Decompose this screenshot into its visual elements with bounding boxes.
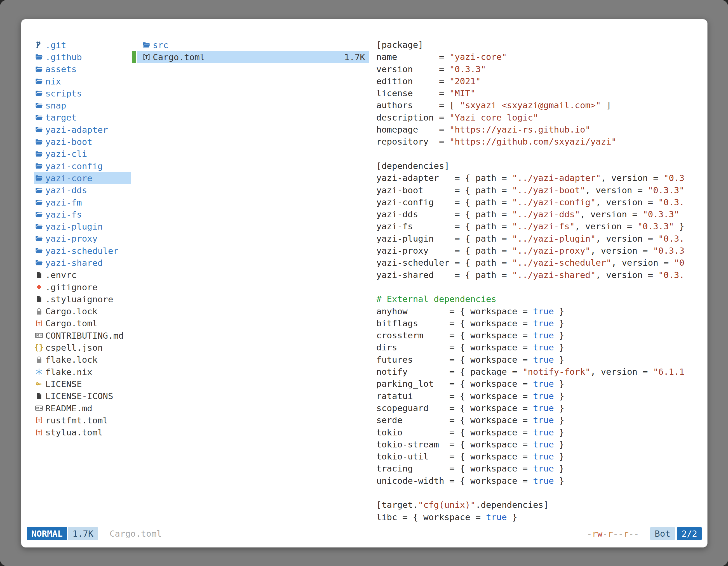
file-row-scripts[interactable]: scripts xyxy=(34,87,131,99)
preview-line: crossterm = { workspace = true } xyxy=(376,329,702,341)
file-name: LICENSE-ICONS xyxy=(45,391,113,401)
file-row-envrc[interactable]: .envrc xyxy=(34,269,131,281)
preview-line: name = "yazi-core" xyxy=(376,51,702,63)
file-name: .git xyxy=(45,40,66,50)
folder-icon xyxy=(34,235,44,243)
file-row-cargo-toml[interactable]: Cargo.toml xyxy=(34,317,131,329)
braces-icon: {} xyxy=(34,344,44,351)
file-row-src[interactable]: src xyxy=(132,39,369,51)
toml-icon xyxy=(34,428,44,436)
folder-icon xyxy=(34,138,44,146)
file-row-yazi-core[interactable]: yazi-core xyxy=(34,172,131,184)
file-row-assets[interactable]: assets xyxy=(34,63,131,75)
file-name: target xyxy=(45,112,77,123)
preview-line: serde = { workspace = true } xyxy=(376,414,702,426)
file-name: yazi-fs xyxy=(45,210,82,220)
preview-line: authors = [ "sxyazi <sxyazi@gmail.com>" … xyxy=(376,99,702,111)
file-row-cargo-lock[interactable]: Cargo.lock xyxy=(34,305,131,317)
file-size-indicator: 1.7K xyxy=(68,527,98,540)
file-row-body: src xyxy=(137,39,369,51)
preview-line: [target."cfg(unix)".dependencies] xyxy=(376,499,702,511)
selection-marker xyxy=(132,51,136,63)
file-row-cargo-toml[interactable]: Cargo.toml1.7K xyxy=(132,51,369,63)
mode-indicator: NORMAL xyxy=(27,527,67,540)
preview-line: parking_lot = { workspace = true } xyxy=(376,378,702,390)
preview-line: yazi-adapter = { path = "../yazi-adapter… xyxy=(376,172,702,184)
file-name: yazi-boot xyxy=(45,137,92,147)
preview-line: edition = "2021" xyxy=(376,75,702,87)
preview-line: yazi-shared = { path = "../yazi-shared",… xyxy=(376,269,702,281)
file-name: yazi-scheduler xyxy=(45,246,118,256)
file-name: stylua.toml xyxy=(45,427,103,437)
toml-icon xyxy=(34,319,44,327)
file-row-git[interactable]: .git xyxy=(34,39,131,51)
preview-line: yazi-dds = { path = "../yazi-dds", versi… xyxy=(376,208,702,220)
lock-icon xyxy=(34,307,44,315)
file-row-nix[interactable]: nix xyxy=(34,75,131,87)
file-row-target[interactable]: target xyxy=(34,112,131,124)
file-name: Cargo.toml xyxy=(153,52,205,62)
file-row-yazi-plugin[interactable]: yazi-plugin xyxy=(34,220,131,233)
preview-line: repository = "https://github.com/sxyazi/… xyxy=(376,136,702,148)
file-row-flake-lock[interactable]: flake.lock xyxy=(34,354,131,366)
markdown-icon xyxy=(34,331,44,339)
file-row-yazi-cli[interactable]: yazi-cli xyxy=(34,148,131,160)
file-name: cspell.json xyxy=(45,342,103,353)
file-name: yazi-fm xyxy=(45,198,82,208)
preview-line: # External dependencies xyxy=(376,293,702,305)
file-row-rustfmt-toml[interactable]: rustfmt.toml xyxy=(34,414,131,426)
file-icon xyxy=(34,271,44,279)
file-row-stylua-toml[interactable]: stylua.toml xyxy=(34,426,131,438)
file-row-yazi-dds[interactable]: yazi-dds xyxy=(34,184,131,196)
preview-line: yazi-proxy = { path = "../yazi-proxy", v… xyxy=(376,245,702,257)
folder-icon xyxy=(34,259,44,267)
file-permissions: -rw-r--r-- xyxy=(587,529,639,539)
file-row-yazi-proxy[interactable]: yazi-proxy xyxy=(34,233,131,245)
folder-icon xyxy=(34,210,44,219)
file-row-styluaignore[interactable]: .styluaignore xyxy=(34,293,131,305)
file-name: yazi-cli xyxy=(45,149,87,159)
file-row-snap[interactable]: snap xyxy=(34,99,131,111)
preview-line: yazi-scheduler = { path = "../yazi-sched… xyxy=(376,257,702,269)
file-row-gitignore[interactable]: .gitignore xyxy=(34,281,131,293)
folder-icon xyxy=(34,65,44,73)
preview-line: ratatui = { workspace = true } xyxy=(376,390,702,402)
folder-icon xyxy=(34,174,44,182)
file-row-license-icons[interactable]: LICENSE-ICONS xyxy=(34,390,131,402)
file-row-license[interactable]: LICENSE xyxy=(34,378,131,390)
file-name: CONTRIBUTING.md xyxy=(45,330,124,340)
file-size: 1.7K xyxy=(344,52,365,62)
file-row-yazi-scheduler[interactable]: yazi-scheduler xyxy=(34,245,131,257)
file-row-yazi-config[interactable]: yazi-config xyxy=(34,160,131,172)
file-name: yazi-core xyxy=(45,173,92,183)
file-counter: 2/2 xyxy=(677,527,702,540)
folder-icon xyxy=(34,89,44,97)
file-name: assets xyxy=(45,64,77,74)
preview-line: notify = { package = "notify-fork", vers… xyxy=(376,366,702,378)
file-name: scripts xyxy=(45,88,82,98)
toml-icon xyxy=(141,53,151,61)
file-row-cspell-json[interactable]: {}cspell.json xyxy=(34,341,131,353)
folder-icon xyxy=(34,114,44,122)
preview-line: scopeguard = { workspace = true } xyxy=(376,402,702,414)
file-row-yazi-fs[interactable]: yazi-fs xyxy=(34,208,131,220)
preview-line: tokio-stream = { workspace = true } xyxy=(376,438,702,450)
preview-line xyxy=(376,487,702,499)
file-name: rustfmt.toml xyxy=(45,415,108,425)
file-row-yazi-adapter[interactable]: yazi-adapter xyxy=(34,124,131,136)
file-row-yazi-fm[interactable]: yazi-fm xyxy=(34,196,131,208)
preview-line: description = "Yazi core logic" xyxy=(376,112,702,124)
file-name: yazi-shared xyxy=(45,258,103,268)
file-row-contributing-md[interactable]: CONTRIBUTING.md xyxy=(34,329,131,341)
file-row-yazi-boot[interactable]: yazi-boot xyxy=(34,136,131,148)
file-name: yazi-config xyxy=(45,161,103,171)
file-name: .styluaignore xyxy=(45,294,113,304)
preview-line: yazi-fs = { path = "../yazi-fs", version… xyxy=(376,220,702,233)
file-row-yazi-shared[interactable]: yazi-shared xyxy=(34,257,131,269)
folder-icon xyxy=(34,53,44,61)
parent-directory-pane: .git.githubassetsnixscriptssnaptargetyaz… xyxy=(34,39,131,523)
file-row-github[interactable]: .github xyxy=(34,51,131,63)
file-row-flake-nix[interactable]: flake.nix xyxy=(34,366,131,378)
file-row-readme-md[interactable]: README.md xyxy=(34,402,131,414)
file-icon xyxy=(34,295,44,303)
